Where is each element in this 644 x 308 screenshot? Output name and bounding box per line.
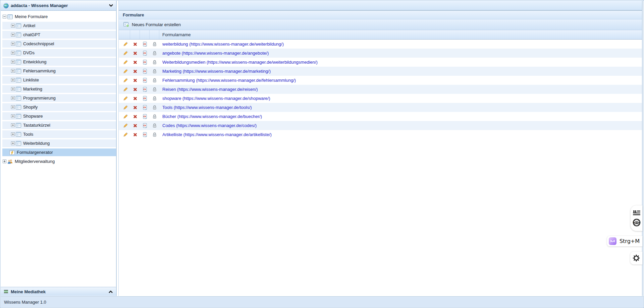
chevron-down-icon[interactable] xyxy=(109,4,113,7)
expand-icon[interactable] xyxy=(11,42,15,46)
sidebar-item-fehlersammlung[interactable]: Fehlersammlung xyxy=(2,67,116,75)
sidebar-item-label: Weiterbildung xyxy=(23,141,50,146)
script-button[interactable] xyxy=(140,60,150,65)
form-icon xyxy=(16,105,21,110)
edit-button[interactable] xyxy=(120,105,130,110)
script-button[interactable] xyxy=(140,96,150,101)
expand-icon[interactable] xyxy=(11,141,15,145)
edit-button[interactable] xyxy=(120,51,130,56)
form-link[interactable]: Tools (https://www.wissens-manager.de/to… xyxy=(159,105,252,110)
form-link[interactable]: Fehlersammlung (https://www.wissens-mana… xyxy=(159,78,296,83)
expand-icon[interactable] xyxy=(11,114,15,118)
form-link[interactable]: Codes (https://www.wissens-manager.de/co… xyxy=(159,123,257,128)
expand-icon[interactable] xyxy=(11,87,15,91)
script-button[interactable] xyxy=(140,51,150,56)
sidebar-item-formulargenerator[interactable]: Formulargenerator xyxy=(2,148,116,156)
edit-button[interactable] xyxy=(120,123,130,128)
delete-button[interactable] xyxy=(130,114,140,119)
script-button[interactable] xyxy=(140,132,150,137)
lock-button[interactable] xyxy=(150,60,159,65)
mediathek-panel-header[interactable]: Meine Mediathek xyxy=(1,287,116,296)
expand-icon[interactable] xyxy=(11,78,15,82)
edit-button[interactable] xyxy=(120,96,130,101)
script-button[interactable] xyxy=(140,114,150,119)
script-button[interactable] xyxy=(140,87,150,92)
sidebar-item-dvds[interactable]: DVDs xyxy=(2,49,116,57)
lock-button[interactable] xyxy=(150,123,159,128)
delete-button[interactable] xyxy=(130,132,140,137)
sidebar-item-linkliste[interactable]: Linkliste xyxy=(2,76,116,84)
expand-icon[interactable] xyxy=(11,33,15,37)
script-button[interactable] xyxy=(140,123,150,128)
form-link[interactable]: Artikelliste (https://www.wissens-manage… xyxy=(159,132,272,137)
delete-button[interactable] xyxy=(130,60,140,65)
lock-button[interactable] xyxy=(150,69,159,74)
form-link[interactable]: Weiterbildungsmedien (https://www.wissen… xyxy=(159,60,318,65)
script-button[interactable] xyxy=(140,78,150,83)
delete-button[interactable] xyxy=(130,51,140,56)
script-button[interactable] xyxy=(140,42,150,47)
sidebar-item-codeschnippsel[interactable]: Codeschnippsel xyxy=(2,40,116,48)
extension-shortcut-button[interactable]: Strg+M xyxy=(607,236,642,246)
formname-column-header[interactable]: Formularname xyxy=(159,30,642,39)
sidebar-item-meine-formulare[interactable]: Meine Formulare xyxy=(1,13,116,20)
delete-button[interactable] xyxy=(130,123,140,128)
sidebar-item-shopify[interactable]: Shopify xyxy=(2,103,116,111)
expand-icon[interactable] xyxy=(11,60,15,64)
settings-gear-button[interactable] xyxy=(630,252,642,264)
sidebar-item-chatgpt[interactable]: chatGPT xyxy=(2,31,116,39)
delete-button[interactable] xyxy=(130,105,140,110)
sidebar-header[interactable]: addacta - Wissens Manager xyxy=(1,1,116,11)
lock-button[interactable] xyxy=(150,132,159,137)
lock-button[interactable] xyxy=(150,96,159,101)
sidebar-item-artikel[interactable]: Artikel xyxy=(2,22,116,29)
form-link[interactable]: Marketing (https://www.wissens-manager.d… xyxy=(159,69,271,74)
sidebar-item-programmierung[interactable]: Programmierung xyxy=(2,94,116,102)
expand-icon[interactable] xyxy=(11,51,15,55)
lock-button[interactable] xyxy=(150,42,159,47)
sidebar-item-marketing[interactable]: Marketing xyxy=(2,85,116,93)
form-link[interactable]: weiterbildung (https://www.wissens-manag… xyxy=(159,42,284,47)
lock-button[interactable] xyxy=(150,51,159,56)
sidebar-item-tastaturkuerzel[interactable]: Tastaturkürzel xyxy=(2,121,116,129)
sidebar-item-shopware[interactable]: Shopware xyxy=(2,112,116,120)
lock-button[interactable] xyxy=(150,87,159,92)
expand-icon[interactable] xyxy=(11,105,15,109)
quote-list-icon[interactable] xyxy=(633,210,640,215)
lock-button[interactable] xyxy=(150,78,159,83)
chevron-up-icon[interactable] xyxy=(108,290,113,293)
delete-button[interactable] xyxy=(130,42,140,47)
expand-icon[interactable] xyxy=(11,24,15,27)
delete-button[interactable] xyxy=(130,96,140,101)
edit-button[interactable] xyxy=(120,132,130,137)
sidebar-item-mitgliederverwaltung[interactable]: Mitgliederverwaltung xyxy=(1,158,116,165)
delete-button[interactable] xyxy=(130,69,140,74)
form-link[interactable]: angebote (https://www.wissens-manager.de… xyxy=(159,51,269,56)
edit-button[interactable] xyxy=(120,60,130,65)
expand-icon[interactable] xyxy=(11,96,15,100)
lock-button[interactable] xyxy=(150,105,159,110)
edit-button[interactable] xyxy=(120,69,130,74)
edit-button[interactable] xyxy=(120,78,130,83)
edit-button[interactable] xyxy=(120,42,130,47)
lock-button[interactable] xyxy=(150,114,159,119)
edit-button[interactable] xyxy=(120,114,130,119)
form-link[interactable]: Bücher (https://www.wissens-manager.de/b… xyxy=(159,114,262,119)
delete-button[interactable] xyxy=(130,87,140,92)
www-globe-icon[interactable] xyxy=(633,219,641,227)
collapse-icon[interactable] xyxy=(3,15,6,18)
edit-button[interactable] xyxy=(120,87,130,92)
delete-button[interactable] xyxy=(130,78,140,83)
expand-icon[interactable] xyxy=(11,123,15,127)
expand-icon[interactable] xyxy=(11,69,15,73)
sidebar-item-weiterbildung[interactable]: Weiterbildung xyxy=(2,139,116,147)
expand-icon[interactable] xyxy=(11,132,15,136)
form-link[interactable]: Reisen (https://www.wissens-manager.de/r… xyxy=(159,87,258,92)
sidebar-item-entwicklung[interactable]: Entwicklung xyxy=(2,58,116,66)
expand-icon[interactable] xyxy=(3,160,6,163)
script-button[interactable] xyxy=(140,105,150,110)
sidebar-item-tools[interactable]: Tools xyxy=(2,130,116,138)
new-form-button[interactable]: Neues Formular erstellen xyxy=(121,21,183,28)
form-link[interactable]: shopware (https://www.wissens-manager.de… xyxy=(159,96,270,101)
script-button[interactable] xyxy=(140,69,150,74)
